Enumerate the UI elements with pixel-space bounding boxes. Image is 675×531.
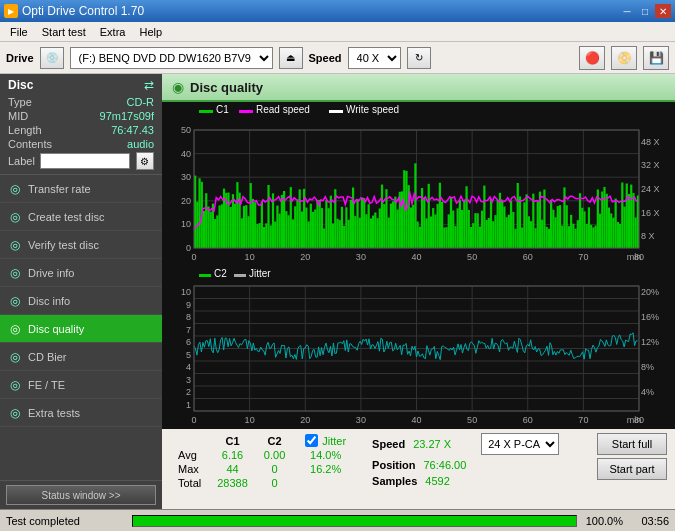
extra-tests-icon: ◎ — [10, 406, 20, 420]
jitter-label: Jitter — [322, 435, 346, 447]
eject-btn[interactable]: ⏏ — [279, 47, 303, 69]
sidebar-item-cd-bier[interactable]: ◎ CD Bier — [0, 343, 162, 371]
contents-val: audio — [127, 138, 154, 150]
stats-col-c1: C1 — [209, 433, 256, 448]
speed-stat-label: Speed — [372, 438, 405, 450]
contents-key: Contents — [8, 138, 52, 150]
samples-label: Samples — [372, 475, 417, 487]
sidebar-label-extra-tests: Extra tests — [28, 407, 80, 419]
sidebar-item-fe-te[interactable]: ◎ FE / TE — [0, 371, 162, 399]
progress-percentage: 100.0% — [583, 515, 623, 527]
create-test-disc-icon: ◎ — [10, 210, 20, 224]
status-bar: Test completed 100.0% 03:56 — [0, 509, 675, 531]
drive-icon-btn[interactable]: 💿 — [40, 47, 64, 69]
disc-info-icon: ◎ — [10, 294, 20, 308]
main-area: Disc ⇄ Type CD-R MID 97m17s09f Length 76… — [0, 74, 675, 509]
start-full-button[interactable]: Start full — [597, 433, 667, 455]
stats-col-empty — [170, 433, 209, 448]
jitter-check-cell: Jitter — [293, 433, 354, 448]
length-val: 76:47.43 — [111, 124, 154, 136]
sidebar-label-fe-te: FE / TE — [28, 379, 65, 391]
progress-bar-container — [132, 515, 577, 527]
content-area: ◉ Disc quality C1 C2 — [162, 74, 675, 509]
samples-value: 4592 — [425, 475, 485, 487]
max-label: Max — [170, 462, 209, 476]
disc-quality-icon: ◎ — [10, 322, 20, 336]
sidebar-item-verify-test-disc[interactable]: ◎ Verify test disc — [0, 231, 162, 259]
save-btn[interactable]: 💾 — [643, 46, 669, 70]
chart2-wrapper — [162, 266, 675, 429]
sidebar-item-disc-quality[interactable]: ◎ Disc quality — [0, 315, 162, 343]
erase-btn[interactable]: 🔴 — [579, 46, 605, 70]
mid-key: MID — [8, 110, 28, 122]
progress-bar-fill — [133, 516, 576, 526]
total-label: Total — [170, 476, 209, 490]
charts-area — [162, 102, 675, 429]
sidebar-label-drive-info: Drive info — [28, 267, 74, 279]
sidebar-item-transfer-rate[interactable]: ◎ Transfer rate — [0, 175, 162, 203]
maximize-button[interactable]: □ — [637, 4, 653, 18]
type-key: Type — [8, 96, 32, 108]
sidebar-label-disc-info: Disc info — [28, 295, 70, 307]
disc-arrow-icon: ⇄ — [144, 78, 154, 92]
sidebar-item-extra-tests[interactable]: ◎ Extra tests — [0, 399, 162, 427]
speed-dropdown[interactable]: 24 X P-CA — [481, 433, 559, 455]
speed-select[interactable]: 40 X — [348, 47, 401, 69]
sidebar-label-transfer-rate: Transfer rate — [28, 183, 91, 195]
speed-label: Speed — [309, 52, 342, 64]
disc-quality-header: ◉ Disc quality — [162, 74, 675, 102]
fe-te-icon: ◎ — [10, 378, 20, 392]
status-window-btn[interactable]: Status window >> — [6, 485, 156, 505]
status-text: Test completed — [6, 515, 126, 527]
max-c2: 0 — [256, 462, 293, 476]
menu-extra[interactable]: Extra — [94, 25, 132, 39]
refresh-btn[interactable]: ↻ — [407, 47, 431, 69]
avg-label: Avg — [170, 448, 209, 462]
total-c1: 28388 — [209, 476, 256, 490]
menu-file[interactable]: File — [4, 25, 34, 39]
minimize-button[interactable]: ─ — [619, 4, 635, 18]
mid-val: 97m17s09f — [100, 110, 154, 122]
max-c1: 44 — [209, 462, 256, 476]
burn-btn[interactable]: 📀 — [611, 46, 637, 70]
total-jitter — [293, 476, 354, 490]
position-label: Position — [372, 459, 415, 471]
app-title: Opti Drive Control 1.70 — [22, 4, 144, 18]
window-controls: ─ □ ✕ — [619, 4, 671, 18]
transfer-rate-icon: ◎ — [10, 182, 20, 196]
app-icon: ▶ — [4, 4, 18, 18]
menu-help[interactable]: Help — [133, 25, 168, 39]
verify-test-disc-icon: ◎ — [10, 238, 20, 252]
sidebar-nav: ◎ Transfer rate ◎ Create test disc ◎ Ver… — [0, 175, 162, 480]
sidebar-label-verify-test-disc: Verify test disc — [28, 239, 99, 251]
sidebar-item-create-test-disc[interactable]: ◎ Create test disc — [0, 203, 162, 231]
time-display: 03:56 — [629, 515, 669, 527]
disc-panel-title: Disc — [8, 78, 33, 92]
disc-info-panel: Disc ⇄ Type CD-R MID 97m17s09f Length 76… — [0, 74, 162, 175]
close-button[interactable]: ✕ — [655, 4, 671, 18]
avg-c1: 6.16 — [209, 448, 256, 462]
dq-header-icon: ◉ — [172, 79, 184, 95]
chart1-wrapper — [162, 102, 675, 266]
total-c2: 0 — [256, 476, 293, 490]
dq-header-title: Disc quality — [190, 80, 263, 95]
avg-jitter: 14.0% — [293, 448, 354, 462]
position-value: 76:46.00 — [424, 459, 484, 471]
start-part-button[interactable]: Start part — [597, 458, 667, 480]
jitter-checkbox[interactable] — [305, 434, 318, 447]
label-key: Label — [8, 155, 35, 167]
label-input[interactable] — [40, 153, 130, 169]
drive-select[interactable]: (F:) BENQ DVD DD DW1620 B7V9 — [70, 47, 273, 69]
drive-label: Drive — [6, 52, 34, 64]
stats-table-container: C1 C2 Jitter Avg 6.16 0.00 14 — [170, 433, 354, 490]
sidebar-label-create-test-disc: Create test disc — [28, 211, 104, 223]
length-key: Length — [8, 124, 42, 136]
stats-table: C1 C2 Jitter Avg 6.16 0.00 14 — [170, 433, 354, 490]
sidebar-item-disc-info[interactable]: ◎ Disc info — [0, 287, 162, 315]
speed-stat-value: 23.27 X — [413, 438, 473, 450]
label-gear-btn[interactable]: ⚙ — [136, 152, 154, 170]
sidebar-item-drive-info[interactable]: ◎ Drive info — [0, 259, 162, 287]
title-bar: ▶ Opti Drive Control 1.70 ─ □ ✕ — [0, 0, 675, 22]
menu-start-test[interactable]: Start test — [36, 25, 92, 39]
avg-c2: 0.00 — [256, 448, 293, 462]
